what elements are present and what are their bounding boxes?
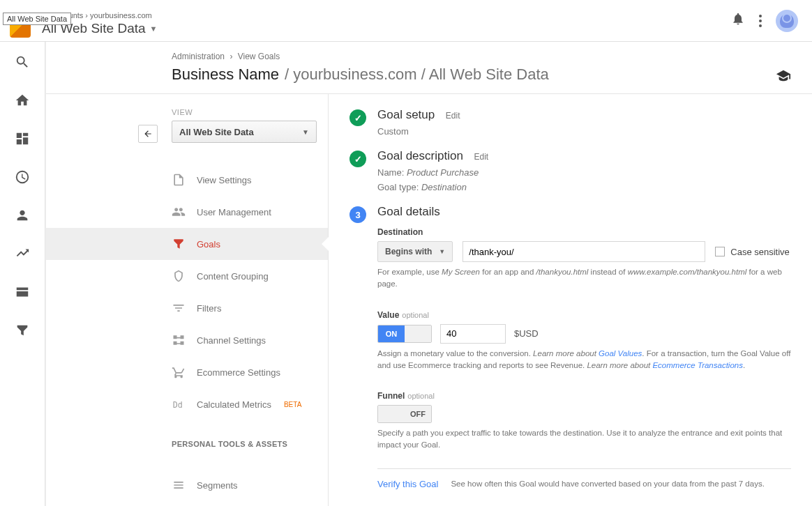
step2-edit-link[interactable]: Edit [474, 152, 488, 162]
page-subtitle: / yourbusiness.com / All Web Site Data [285, 66, 549, 84]
value-input[interactable] [440, 324, 506, 344]
menu-content-grouping[interactable]: Content Grouping [46, 260, 328, 292]
menu-view-settings[interactable]: View Settings [46, 164, 328, 196]
search-icon[interactable] [15, 54, 30, 72]
view-selector-dropdown[interactable]: All Web Site Data ▼ [172, 121, 317, 143]
step1-subtitle: Custom [377, 126, 791, 137]
bell-icon[interactable] [731, 12, 745, 29]
admin-left-panel: VIEW All Web Site Data ▼ View Settings U… [46, 94, 329, 506]
value-toggle[interactable]: ON [377, 325, 432, 343]
step2-type: Goal type: Destination [377, 182, 791, 192]
step1-check-icon [349, 109, 366, 126]
ecommerce-link[interactable]: Ecommerce Transactions [652, 361, 743, 369]
destination-hint: For example, use My Screen for an app an… [377, 266, 791, 291]
realtime-icon[interactable] [15, 169, 30, 187]
menu-user-management[interactable]: User Management [46, 196, 328, 228]
step2-name: Name: Product Purchase [377, 167, 791, 178]
verify-hint: See how often this Goal would have conve… [451, 480, 764, 488]
funnel-toggle[interactable]: OFF [377, 405, 432, 423]
chevron-down-icon: ▼ [302, 128, 309, 136]
funnel-hint: Specify a path you expect traffic to tak… [377, 427, 791, 452]
value-hint: Assign a monetary value to the conversio… [377, 348, 791, 372]
step1-title: Goal setup [377, 108, 435, 122]
menu-calculated-metrics[interactable]: DdCalculated MetricsBETA [46, 388, 328, 420]
tooltip-overlay: All Web Site Data [3, 13, 71, 25]
audience-icon[interactable] [15, 208, 30, 225]
left-nav-rail [0, 42, 45, 506]
step2-check-icon [349, 151, 366, 167]
value-label: Valueoptional [377, 310, 791, 320]
goal-form: Goal setup Edit Custom Goal description … [329, 94, 812, 506]
top-bar: All accounts › yourbusiness.com All Web … [0, 0, 812, 42]
step1-edit-link[interactable]: Edit [446, 111, 460, 121]
view-section-label: VIEW [172, 108, 328, 116]
svg-text:Dd: Dd [173, 400, 183, 410]
step2-title: Goal description [377, 149, 463, 163]
beta-badge: BETA [284, 401, 301, 408]
currency-label: $USD [514, 328, 539, 339]
acquisition-icon[interactable] [15, 246, 30, 263]
menu-segments[interactable]: Segments [46, 469, 328, 501]
breadcrumb-admin[interactable]: Administration [172, 52, 225, 61]
destination-input[interactable] [463, 241, 705, 262]
menu-ecommerce-settings[interactable]: Ecommerce Settings [46, 356, 328, 388]
step3-number-icon: 3 [349, 206, 366, 223]
page-title: Business Name [172, 66, 279, 84]
customization-icon[interactable] [15, 131, 30, 148]
chevron-down-icon: ▼ [150, 24, 158, 33]
goal-values-link[interactable]: Goal Values [599, 349, 642, 358]
verify-goal-link[interactable]: Verify this Goal [377, 479, 438, 489]
menu-goals[interactable]: Goals [46, 228, 328, 260]
user-avatar[interactable] [776, 10, 798, 32]
menu-channel-settings[interactable]: Channel Settings [46, 324, 328, 356]
home-icon[interactable] [15, 93, 30, 110]
back-button[interactable] [138, 125, 158, 143]
funnel-label: Funneloptional [377, 391, 791, 401]
destination-label: Destination [377, 227, 791, 237]
conversions-icon[interactable] [15, 323, 30, 340]
page-header: Administration › View Goals Business Nam… [46, 42, 812, 94]
menu-filters[interactable]: Filters [46, 292, 328, 324]
breadcrumb-goals[interactable]: View Goals [238, 52, 280, 61]
step3-title: Goal details [377, 205, 440, 219]
case-sensitive-checkbox[interactable]: Case sensitive [715, 247, 790, 257]
behavior-icon[interactable] [15, 284, 30, 302]
match-type-dropdown[interactable]: Begins with▼ [377, 241, 453, 262]
chevron-down-icon: ▼ [439, 248, 445, 255]
menu-annotations[interactable]: Annotations [46, 501, 328, 506]
more-menu-icon[interactable] [759, 15, 762, 27]
education-icon[interactable] [776, 68, 791, 86]
breadcrumb: Administration › View Goals [172, 52, 812, 61]
personal-tools-label: PERSONAL TOOLS & ASSETS [172, 440, 328, 448]
